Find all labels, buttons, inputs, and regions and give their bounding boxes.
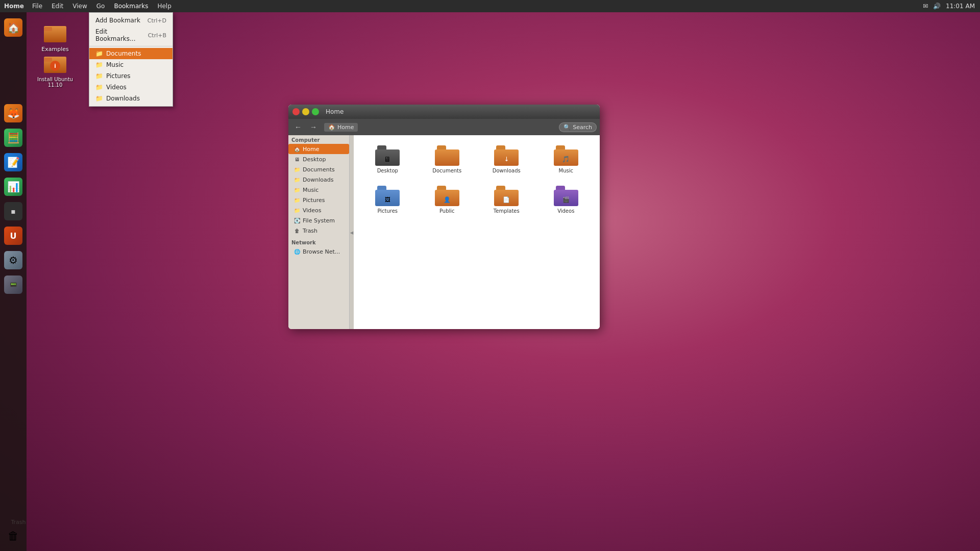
downloads-bookmark-item[interactable]: 📁 Downloads xyxy=(89,93,173,104)
menu-help[interactable]: Help xyxy=(153,2,175,11)
downloads-folder-overlay: ↓ xyxy=(500,155,512,164)
ubuntu-dock-icon: U xyxy=(4,227,22,245)
public-folder-img: 👤 xyxy=(435,186,459,206)
breadcrumb-label: Home xyxy=(337,124,354,131)
videos-sidebar-label: Videos xyxy=(303,207,322,214)
search-label: Search xyxy=(573,124,592,131)
menu-edit[interactable]: Edit xyxy=(47,2,67,11)
dock-ubuntu[interactable]: U xyxy=(2,224,24,247)
bookmark-menu: Add Bookmark Ctrl+D Edit Bookmarks... Ct… xyxy=(89,12,173,107)
edit-bookmarks-label: Edit Bookmarks... xyxy=(95,28,148,42)
edit-bookmarks-item[interactable]: Edit Bookmarks... Ctrl+B xyxy=(89,26,173,44)
sidebar-resize-handle[interactable]: ◂ xyxy=(350,135,354,329)
sidebar-browse-network[interactable]: 🌐 Browse Net... xyxy=(288,246,349,257)
panel-title: Home xyxy=(0,3,28,10)
settings-dock-icon: ⚙ xyxy=(4,251,22,269)
music-folder-label: Music xyxy=(559,168,573,173)
examples-desktop-icon[interactable]: Examples xyxy=(35,20,76,53)
documents-folder-img xyxy=(435,145,459,166)
install-icon-img: i xyxy=(43,51,67,76)
minimize-button[interactable] xyxy=(302,108,309,115)
pictures-folder-icon[interactable]: 🖼 Pictures xyxy=(360,182,415,218)
maximize-button[interactable] xyxy=(312,108,319,115)
dock-calc[interactable]: 🧮 xyxy=(2,127,24,149)
sidebar-music[interactable]: 📁 Music xyxy=(288,185,349,195)
sidebar-home[interactable]: 🏠 Home xyxy=(288,144,349,154)
file-manager-window: Home ← → 🏠 Home 🔍 Search Computer 🏠 Home xyxy=(288,105,600,329)
menu-go[interactable]: Go xyxy=(92,2,109,11)
menu-file[interactable]: File xyxy=(28,2,46,11)
videos-folder-label: Videos xyxy=(557,208,574,214)
sidebar-trash[interactable]: 🗑 Trash xyxy=(288,226,349,236)
music-bookmark-label: Music xyxy=(106,61,124,68)
install-desktop-icon[interactable]: i Install Ubuntu 11.10 xyxy=(35,51,76,88)
dock-trash[interactable]: 🗑 xyxy=(2,524,24,547)
pictures-sidebar-icon: 📁 xyxy=(293,196,301,204)
back-button[interactable]: ← xyxy=(291,122,305,132)
downloads-sidebar-icon: 📁 xyxy=(293,176,301,183)
dock-spreadsheet[interactable]: 📊 xyxy=(2,176,24,198)
templates-folder-label: Templates xyxy=(494,208,520,214)
desktop-folder-overlay: 🖥 xyxy=(381,155,394,164)
trash-sidebar-icon: 🗑 xyxy=(293,227,301,234)
documents-bookmark-icon: 📁 xyxy=(95,50,103,57)
fm-toolbar: ← → 🏠 Home 🔍 Search xyxy=(288,119,600,135)
menu-view[interactable]: View xyxy=(68,2,91,11)
videos-bookmark-item[interactable]: 📁 Videos xyxy=(89,82,173,93)
install-label: Install Ubuntu 11.10 xyxy=(35,77,76,88)
downloads-folder-img: ↓ xyxy=(494,145,519,166)
templates-folder-img: 📄 xyxy=(494,186,519,206)
pictures-sidebar-label: Pictures xyxy=(303,197,325,204)
firefox-dock-icon: 🦊 xyxy=(4,104,22,122)
videos-bookmark-icon: 📁 xyxy=(95,84,103,91)
desktop-folder-img: 🖥 xyxy=(375,145,400,166)
forward-button[interactable]: → xyxy=(307,122,320,132)
documents-sidebar-icon: 📁 xyxy=(293,166,301,173)
desktop-folder-icon[interactable]: 🖥 Desktop xyxy=(360,141,415,178)
sidebar-downloads[interactable]: 📁 Downloads xyxy=(288,174,349,185)
left-dock: 🏠 🦊 🧮 📝 📊 ▪ U ⚙ 📟 🗑 xyxy=(0,12,27,551)
music-bookmark-item[interactable]: 📁 Music xyxy=(89,59,173,70)
public-folder-icon[interactable]: 👤 Public xyxy=(420,182,475,218)
sidebar-filesystem[interactable]: 💽 File System xyxy=(288,215,349,226)
menu-bookmarks[interactable]: Bookmarks xyxy=(110,2,152,11)
dock-terminal[interactable]: ▪ xyxy=(2,200,24,222)
sidebar-pictures[interactable]: 📁 Pictures xyxy=(288,195,349,205)
templates-folder-icon[interactable]: 📄 Templates xyxy=(479,182,534,218)
dock-system[interactable]: 📟 xyxy=(2,273,24,296)
pictures-folder-label: Pictures xyxy=(377,208,398,214)
search-box[interactable]: 🔍 Search xyxy=(559,122,597,132)
pictures-bookmark-item[interactable]: 📁 Pictures xyxy=(89,70,173,82)
fm-main-content: 🖥 Desktop Documents xyxy=(354,135,600,329)
dock-home[interactable]: 🏠 xyxy=(2,16,24,39)
search-icon: 🔍 xyxy=(564,124,571,131)
add-bookmark-item[interactable]: Add Bookmark Ctrl+D xyxy=(89,15,173,26)
videos-folder-icon[interactable]: 🎬 Videos xyxy=(538,182,594,218)
dock-text[interactable]: 📝 xyxy=(2,151,24,173)
music-folder-icon[interactable]: 🎵 Music xyxy=(538,141,594,178)
sidebar-documents[interactable]: 📁 Documents xyxy=(288,164,349,174)
add-bookmark-label: Add Bookmark xyxy=(95,17,140,24)
dock-firefox[interactable]: 🦊 xyxy=(2,102,24,124)
downloads-folder-icon[interactable]: ↓ Downloads xyxy=(479,141,534,178)
network-sidebar-icon: 🌐 xyxy=(293,248,301,255)
desktop-folder-label: Desktop xyxy=(377,168,398,173)
close-button[interactable] xyxy=(292,108,300,115)
breadcrumb: 🏠 Home xyxy=(324,123,555,132)
folder-grid: 🖥 Desktop Documents xyxy=(360,141,594,218)
text-dock-icon: 📝 xyxy=(4,153,22,171)
videos-bookmark-label: Videos xyxy=(106,84,127,91)
pictures-folder-overlay: 🖼 xyxy=(381,195,394,204)
documents-bookmark-item[interactable]: 📁 Documents xyxy=(89,48,173,59)
mail-icon: ✉ xyxy=(923,3,928,10)
music-sidebar-label: Music xyxy=(303,187,318,193)
desktop-sidebar-label: Desktop xyxy=(303,156,326,163)
dock-settings[interactable]: ⚙ xyxy=(2,249,24,271)
sidebar-desktop[interactable]: 🖥 Desktop xyxy=(288,154,349,164)
breadcrumb-home[interactable]: 🏠 Home xyxy=(324,123,358,132)
trash-sidebar-label: Trash xyxy=(303,228,317,234)
music-folder-overlay: 🎵 xyxy=(556,155,576,164)
documents-folder-icon[interactable]: Documents xyxy=(420,141,475,178)
sidebar-videos[interactable]: 📁 Videos xyxy=(288,205,349,215)
videos-sidebar-icon: 📁 xyxy=(293,207,301,214)
